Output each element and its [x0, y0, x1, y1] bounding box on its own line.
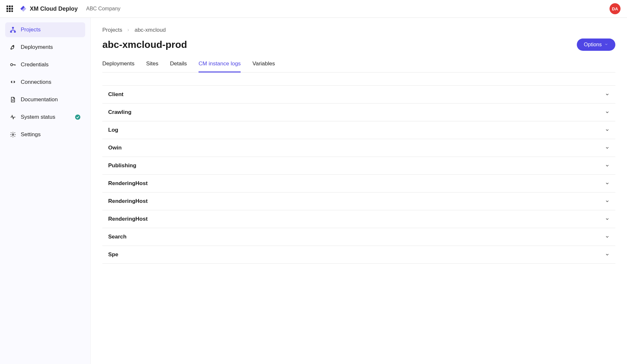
status-ok-icon — [75, 114, 81, 120]
chevron-down-icon — [604, 42, 608, 48]
chevron-down-icon — [605, 217, 610, 221]
breadcrumb-root[interactable]: Projects — [102, 27, 122, 33]
heartbeat-icon — [10, 114, 16, 120]
svg-rect-2 — [14, 31, 16, 32]
log-row-label: Search — [108, 234, 127, 240]
log-row-label: Log — [108, 127, 118, 133]
log-row-owin[interactable]: Owin — [102, 139, 615, 157]
chevron-down-icon — [605, 92, 610, 97]
log-list: Client Crawling Log Owin Publishing Rend… — [102, 85, 615, 264]
chevron-down-icon — [605, 128, 610, 132]
breadcrumb: Projects abc-xmcloud — [102, 27, 615, 33]
breadcrumb-current: abc-xmcloud — [134, 27, 165, 33]
brand-logo-icon — [19, 5, 27, 13]
sidebar-item-projects[interactable]: Projects — [5, 22, 85, 37]
sidebar-item-deployments[interactable]: Deployments — [5, 40, 85, 55]
tab-details[interactable]: Details — [170, 57, 187, 72]
svg-point-3 — [13, 46, 14, 47]
options-button-label: Options — [584, 42, 602, 48]
apps-menu-icon[interactable] — [6, 6, 13, 12]
chevron-down-icon — [605, 252, 610, 257]
chevron-down-icon — [605, 110, 610, 115]
log-row-client[interactable]: Client — [102, 86, 615, 104]
log-row-label: Spe — [108, 251, 118, 258]
chevron-down-icon — [605, 146, 610, 150]
sidebar-item-label: Documentation — [21, 96, 81, 103]
main-content: Projects abc-xmcloud abc-xmcloud-prod Op… — [91, 18, 627, 364]
sidebar: Projects Deployments Credentials — [0, 18, 91, 364]
chevron-down-icon — [605, 163, 610, 168]
chevron-right-icon — [127, 27, 130, 33]
avatar[interactable]: DA — [610, 3, 621, 14]
tab-cm-instance-logs[interactable]: CM instance logs — [199, 57, 241, 72]
tabs: Deployments Sites Details CM instance lo… — [102, 57, 615, 72]
sidebar-item-label: Projects — [21, 27, 81, 33]
tab-deployments[interactable]: Deployments — [102, 57, 134, 72]
sidebar-item-credentials[interactable]: Credentials — [5, 57, 85, 72]
log-row-renderinghost[interactable]: RenderingHost — [102, 175, 615, 193]
brand[interactable]: XM Cloud Deploy — [19, 5, 78, 13]
page-header: abc-xmcloud-prod Options — [102, 39, 615, 51]
log-row-label: RenderingHost — [108, 198, 148, 204]
header-left: XM Cloud Deploy ABC Company — [6, 5, 120, 13]
svg-point-4 — [11, 64, 13, 66]
log-row-renderinghost[interactable]: RenderingHost — [102, 210, 615, 228]
sidebar-item-label: Settings — [21, 131, 81, 138]
page-title: abc-xmcloud-prod — [102, 39, 187, 50]
log-row-label: RenderingHost — [108, 180, 148, 187]
plug-icon — [10, 79, 16, 85]
log-row-search[interactable]: Search — [102, 228, 615, 246]
log-row-renderinghost[interactable]: RenderingHost — [102, 193, 615, 210]
company-name[interactable]: ABC Company — [86, 6, 120, 12]
log-row-label: Publishing — [108, 162, 136, 169]
tab-sites[interactable]: Sites — [146, 57, 158, 72]
sidebar-item-system-status[interactable]: System status — [5, 110, 85, 125]
log-row-crawling[interactable]: Crawling — [102, 104, 615, 121]
log-row-label: Owin — [108, 145, 122, 151]
top-header: XM Cloud Deploy ABC Company DA — [0, 0, 627, 18]
log-row-label: RenderingHost — [108, 216, 148, 222]
chevron-down-icon — [605, 181, 610, 186]
document-icon — [10, 96, 16, 103]
chevron-down-icon — [605, 199, 610, 204]
chevron-down-icon — [605, 235, 610, 239]
svg-rect-0 — [12, 27, 14, 28]
log-row-spe[interactable]: Spe — [102, 246, 615, 264]
sidebar-item-connections[interactable]: Connections — [5, 75, 85, 90]
sidebar-item-label: Credentials — [21, 61, 81, 68]
tab-variables[interactable]: Variables — [252, 57, 275, 72]
sidebar-item-documentation[interactable]: Documentation — [5, 92, 85, 107]
sitemap-icon — [10, 27, 16, 33]
rocket-icon — [10, 44, 16, 50]
key-icon — [10, 61, 16, 68]
log-row-publishing[interactable]: Publishing — [102, 157, 615, 175]
options-button[interactable]: Options — [577, 39, 615, 51]
sidebar-item-label: Connections — [21, 79, 81, 85]
svg-point-6 — [12, 134, 14, 136]
brand-title: XM Cloud Deploy — [30, 6, 78, 12]
svg-point-5 — [75, 115, 80, 120]
sidebar-item-label: System status — [21, 114, 70, 120]
log-row-label: Crawling — [108, 109, 131, 116]
gear-icon — [10, 131, 16, 138]
log-row-label: Client — [108, 91, 123, 98]
svg-rect-1 — [10, 31, 12, 32]
log-row-log[interactable]: Log — [102, 121, 615, 139]
sidebar-item-label: Deployments — [21, 44, 81, 50]
sidebar-item-settings[interactable]: Settings — [5, 127, 85, 142]
